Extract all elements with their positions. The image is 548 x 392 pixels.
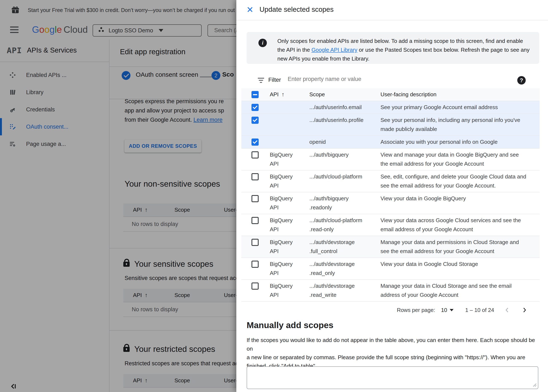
col-description: User-facing description <box>381 88 532 101</box>
info-icon: i <box>259 39 267 47</box>
scope-checkbox[interactable] <box>252 139 259 146</box>
help-icon[interactable]: ? <box>517 76 526 84</box>
scope-checkbox[interactable] <box>252 239 259 246</box>
scope-description: View and manage your data in Google BigQ… <box>381 149 532 170</box>
scope-checkbox[interactable] <box>252 282 259 290</box>
scope-checkbox[interactable] <box>252 151 259 159</box>
scope-description: See your personal info, including any pe… <box>381 114 532 135</box>
scope-scope: .../auth/cloud-platform <box>309 170 381 192</box>
scope-api <box>270 101 309 113</box>
col-scope: Scope <box>309 88 381 101</box>
scope-description: Associate you with your personal info on… <box>381 136 532 148</box>
col-api[interactable]: API↑ <box>270 88 309 101</box>
scope-description: View your data in Google Cloud Storage <box>381 258 532 279</box>
scope-row[interactable]: .../auth/userinfo.emailSee your primary … <box>241 101 540 114</box>
filter-input[interactable] <box>287 76 477 83</box>
scope-description: Manage your data in Cloud Storage and se… <box>381 280 532 301</box>
scope-api: BigQuery API <box>270 236 309 258</box>
next-page-icon[interactable] <box>520 306 529 314</box>
scope-checkbox[interactable] <box>252 217 259 224</box>
manually-add-scopes-text: If the scopes you would like to add do n… <box>247 336 541 370</box>
scope-scope: openid <box>309 136 381 148</box>
select-all-checkbox[interactable] <box>252 91 259 98</box>
scope-row[interactable]: openidAssociate you with your personal i… <box>241 136 540 149</box>
manually-add-scopes-title: Manually add scopes <box>247 320 333 330</box>
manual-scopes-textarea[interactable] <box>247 366 538 389</box>
pagination: Rows per page: 10 1 – 10 of 24 <box>241 302 540 318</box>
chevron-down-icon <box>450 309 454 311</box>
scope-scope: .../auth/devstorage .read_write <box>309 280 381 301</box>
drawer-header: ✕ Update selected scopes <box>236 0 548 20</box>
sort-asc-icon: ↑ <box>281 91 285 98</box>
scope-checkbox[interactable] <box>252 117 259 124</box>
scope-api: BigQuery API <box>270 258 309 279</box>
scope-description: View your data in Google BigQuery <box>381 192 532 214</box>
scope-api: BigQuery API <box>270 280 309 301</box>
scope-checkbox[interactable] <box>252 104 259 111</box>
scope-row[interactable]: BigQuery API.../auth/bigquery .readonlyV… <box>241 192 540 214</box>
scope-checkbox[interactable] <box>252 195 259 202</box>
scope-row[interactable]: BigQuery API.../auth/cloud-platform .rea… <box>241 214 540 236</box>
scope-api: BigQuery API <box>270 214 309 236</box>
close-icon[interactable]: ✕ <box>246 5 254 15</box>
scope-checkbox[interactable] <box>252 173 259 180</box>
pagination-range: 1 – 10 of 24 <box>465 307 494 313</box>
scope-api: BigQuery API <box>270 170 309 192</box>
filter-label: Filter <box>268 77 281 83</box>
scope-api: BigQuery API <box>270 192 309 214</box>
scope-scope: .../auth/userinfo.profile <box>309 114 381 135</box>
scope-description: See your primary Google Account email ad… <box>381 101 532 113</box>
filter-icon <box>258 78 264 83</box>
scope-row[interactable]: .../auth/userinfo.profileSee your person… <box>241 114 540 136</box>
scope-scope: .../auth/devstorage .read_only <box>309 258 381 279</box>
scope-row[interactable]: BigQuery API.../auth/devstorage .read_wr… <box>241 280 540 302</box>
scope-scope: .../auth/bigquery .readonly <box>309 192 381 214</box>
drawer-title: Update selected scopes <box>260 6 333 14</box>
info-text: Only scopes for enabled APIs are listed … <box>277 37 529 63</box>
scope-api <box>270 114 309 135</box>
scope-checkbox[interactable] <box>252 261 259 268</box>
update-scopes-drawer: ✕ Update selected scopes i Only scopes f… <box>236 0 548 392</box>
scope-description: Manage your data and permissions in Clou… <box>381 236 532 258</box>
table-header-row: API↑ Scope User-facing description <box>241 88 540 101</box>
scope-row[interactable]: BigQuery API.../auth/devstorage .read_on… <box>241 258 540 280</box>
scope-row[interactable]: BigQuery API.../auth/bigqueryView and ma… <box>241 149 540 170</box>
scope-description: See, edit, configure, and delete your Go… <box>381 170 532 192</box>
scope-scope: .../auth/bigquery <box>309 149 381 170</box>
rows-per-page-select[interactable]: 10 <box>441 307 454 313</box>
scope-api <box>270 136 309 148</box>
scope-scope: .../auth/devstorage .full_control <box>309 236 381 258</box>
rows-per-page-label: Rows per page: <box>397 307 435 313</box>
scope-scope: .../auth/userinfo.email <box>309 101 381 113</box>
scope-api: BigQuery API <box>270 149 309 170</box>
scope-row[interactable]: BigQuery API.../auth/cloud-platformSee, … <box>241 170 540 192</box>
scope-row[interactable]: BigQuery API.../auth/devstorage .full_co… <box>241 236 540 258</box>
previous-page-icon[interactable] <box>503 306 511 314</box>
info-banner: i Only scopes for enabled APIs are liste… <box>247 32 539 64</box>
scope-scope: .../auth/cloud-platform .read-only <box>309 214 381 236</box>
filter-bar: Filter ? <box>241 73 540 89</box>
scopes-table: API↑ Scope User-facing description .../a… <box>241 88 540 318</box>
google-api-library-link[interactable]: Google API Library <box>311 47 357 53</box>
scope-description: View your data across Google Cloud servi… <box>381 214 532 236</box>
